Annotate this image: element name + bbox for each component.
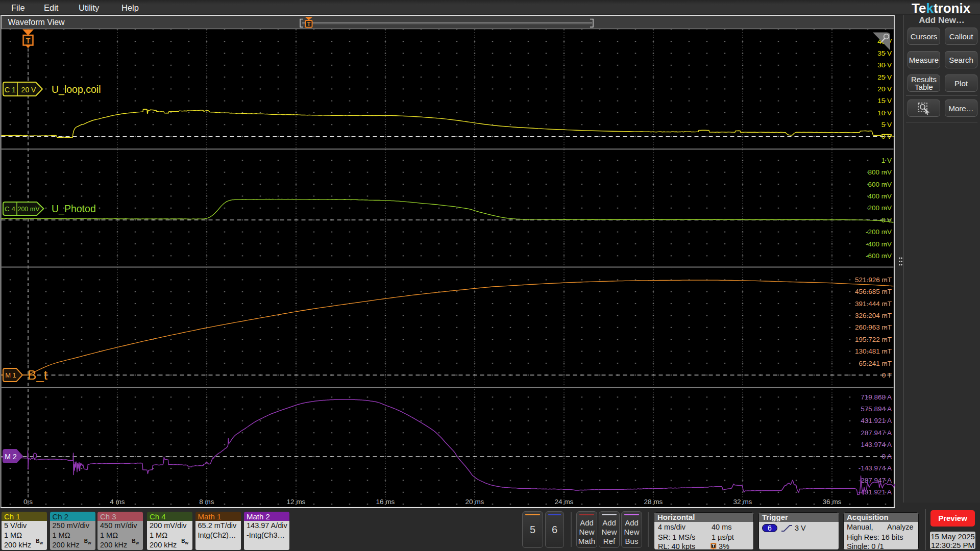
svg-text:600 mV: 600 mV: [868, 181, 892, 188]
svg-text:65.241 mT: 65.241 mT: [859, 360, 892, 367]
svg-text:456.685 mT: 456.685 mT: [855, 288, 892, 295]
svg-text:40 V: 40 V: [877, 38, 892, 45]
svg-text:391.444 mT: 391.444 mT: [855, 300, 892, 308]
svg-text:-600 mV: -600 mV: [866, 252, 892, 260]
svg-text:35 V: 35 V: [877, 49, 892, 57]
svg-text:16 ms: 16 ms: [376, 498, 395, 506]
svg-text:24 ms: 24 ms: [555, 498, 574, 506]
svg-text:326.204 mT: 326.204 mT: [855, 312, 892, 319]
svg-text:28 ms: 28 ms: [644, 498, 663, 506]
svg-text:200 mV: 200 mV: [17, 206, 40, 213]
svg-text:M 2: M 2: [5, 453, 17, 461]
svg-text:15 V: 15 V: [877, 97, 892, 105]
svg-text:C 4: C 4: [5, 205, 16, 213]
svg-text:431.921 A: 431.921 A: [861, 417, 892, 424]
svg-text:10 V: 10 V: [877, 109, 892, 117]
svg-text:0 s: 0 s: [23, 498, 33, 506]
svg-text:C 1: C 1: [5, 86, 16, 94]
svg-text:-400 mV: -400 mV: [866, 240, 892, 248]
svg-text:M 1: M 1: [5, 371, 16, 379]
svg-text:4 ms: 4 ms: [110, 498, 125, 506]
svg-text:B_t: B_t: [28, 367, 48, 383]
svg-text:0 V: 0 V: [881, 133, 892, 140]
svg-text:U_Photod: U_Photod: [52, 203, 96, 215]
svg-text:5 V: 5 V: [881, 121, 892, 129]
svg-text:32 ms: 32 ms: [733, 498, 752, 506]
svg-text:800 mV: 800 mV: [868, 168, 892, 176]
svg-text:260.963 mT: 260.963 mT: [855, 323, 892, 331]
svg-text:25 V: 25 V: [877, 73, 892, 81]
svg-text:200 mV: 200 mV: [868, 204, 892, 212]
svg-text:-431.921 A: -431.921 A: [859, 488, 892, 496]
svg-text:8 ms: 8 ms: [199, 498, 214, 506]
svg-text:400 mV: 400 mV: [868, 192, 892, 200]
svg-text:0 V: 0 V: [881, 216, 892, 224]
svg-text:U_loop,coil: U_loop,coil: [52, 84, 101, 95]
svg-text:20 V: 20 V: [21, 86, 36, 94]
svg-text:719.868 A: 719.868 A: [861, 393, 892, 401]
svg-text:T: T: [712, 543, 715, 548]
svg-text:20 ms: 20 ms: [465, 498, 484, 506]
svg-text:287.947 A: 287.947 A: [861, 429, 892, 437]
svg-text:143.974 A: 143.974 A: [861, 441, 892, 448]
svg-text:130.481 mT: 130.481 mT: [855, 347, 892, 355]
svg-text:0 T: 0 T: [882, 371, 892, 379]
svg-text:T: T: [26, 37, 31, 45]
svg-text:-200 mV: -200 mV: [866, 228, 892, 236]
svg-text:-287.947 A: -287.947 A: [859, 477, 892, 484]
svg-text:195.722 mT: 195.722 mT: [855, 336, 892, 343]
svg-text:-143.974 A: -143.974 A: [859, 464, 892, 472]
svg-text:0 A: 0 A: [881, 453, 892, 460]
svg-text:30 V: 30 V: [877, 61, 892, 69]
svg-text:1 V: 1 V: [881, 157, 892, 164]
svg-text:20 V: 20 V: [877, 85, 892, 93]
svg-text:36 ms: 36 ms: [823, 498, 842, 506]
svg-text:12 ms: 12 ms: [287, 498, 306, 506]
svg-text:575.894 A: 575.894 A: [861, 405, 892, 413]
svg-text:521.926 mT: 521.926 mT: [855, 276, 892, 284]
